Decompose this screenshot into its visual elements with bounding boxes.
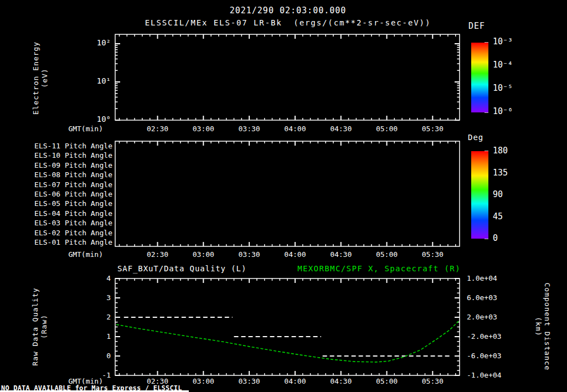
time-tick-label: 05:30 xyxy=(416,378,449,385)
time-tick-label: 03:30 xyxy=(233,251,266,259)
pitch-row-label: ELS-10 Pitch Angle xyxy=(33,152,112,159)
quality-axis-title-line1: Raw Data Quality xyxy=(31,277,40,376)
quality-ytick-label: 3 xyxy=(83,294,111,302)
energy-axis-title-line1: Electron Energy xyxy=(32,34,40,122)
deg-cbar-tick-label: 180 xyxy=(493,147,526,154)
quality-ytick-label: 2 xyxy=(83,313,111,321)
def-cbar-tick-label: 10⁻⁵ xyxy=(493,84,532,92)
def-colorbar-gradient xyxy=(471,43,488,112)
pitch-row-label: ELS-05 Pitch Angle xyxy=(33,200,112,208)
deg-cbar-tick-label: 45 xyxy=(493,213,526,220)
time-tick-label: 03:00 xyxy=(187,378,220,385)
time-tick-label: 04:30 xyxy=(324,378,358,385)
distance-ytick-label: -6.0e+03 xyxy=(467,352,517,360)
deg-colorbar-gradient xyxy=(471,151,488,239)
distance-ytick-label: 1.0e+04 xyxy=(467,275,517,282)
time-tick-label: 03:30 xyxy=(233,378,266,385)
panel-frames-and-ticks xyxy=(115,34,488,375)
def-cbar-tick-label: 10⁻⁶ xyxy=(493,107,532,115)
time-tick-label: 04:00 xyxy=(279,378,312,385)
distance-axis-title-line2: (km) xyxy=(534,277,543,376)
pitch-row-label: ELS-08 Pitch Angle xyxy=(33,171,112,179)
pitch-row-label: ELS-02 Pitch Angle xyxy=(33,229,112,237)
time-tick-label: 05:30 xyxy=(416,251,449,259)
time-tick-label: 04:30 xyxy=(324,251,358,259)
energy-ytick-label: 10² xyxy=(78,39,111,47)
quality-axis-title: Raw Data Quality (Raw) xyxy=(31,277,49,376)
distance-axis-title-line1: Component Distance xyxy=(543,277,551,376)
time-tick-label: 05:30 xyxy=(416,125,449,133)
energy-ytick-label: 10⁰ xyxy=(78,115,111,123)
deg-colorbar-title: Deg xyxy=(468,133,483,141)
distance-ytick-label: 2.0e+03 xyxy=(467,313,517,321)
pitch-row-label: ELS-09 Pitch Angle xyxy=(33,162,112,169)
time-tick-label: 02:30 xyxy=(141,378,174,385)
pitch-row-label: ELS-01 Pitch Angle xyxy=(33,239,112,246)
time-tick-label: 03:00 xyxy=(187,125,220,133)
deg-cbar-tick-label: 90 xyxy=(493,190,526,198)
gmt-axis-label-row1: GMT(min) xyxy=(58,125,103,133)
time-tick-label: 04:00 xyxy=(279,125,312,133)
def-colorbar-title: DEF xyxy=(468,22,485,30)
deg-cbar-tick-label: 0 xyxy=(493,234,526,242)
pitch-row-label: ELS-07 Pitch Angle xyxy=(33,181,112,189)
quality-ytick-label: -1 xyxy=(83,372,111,379)
pitch-row-label: ELS-11 Pitch Angle xyxy=(33,142,112,150)
time-tick-label: 03:30 xyxy=(233,125,266,133)
pitch-row-label: ELS-04 Pitch Angle xyxy=(33,210,112,218)
energy-ytick-label: 10¹ xyxy=(78,77,111,85)
def-cbar-tick-label: 10⁻⁴ xyxy=(493,61,532,69)
time-tick-label: 04:00 xyxy=(279,251,312,259)
time-tick-label: 05:00 xyxy=(370,125,404,133)
energy-axis-title-line2: (eV) xyxy=(40,34,49,122)
time-tick-label: 03:00 xyxy=(187,251,220,259)
time-tick-label: 05:00 xyxy=(370,378,404,385)
page-title: 2021/290 02:03:00.000 xyxy=(4,7,567,14)
deg-cbar-tick-label: 135 xyxy=(493,169,526,177)
distance-axis-title: Component Distance (km) xyxy=(534,277,551,376)
distance-ytick-label: -2.0e+03 xyxy=(467,333,517,341)
quality-series-left-title: SAF_BXuT/Data Quality (L) xyxy=(117,265,246,272)
quality-axis-title-line2: (Raw) xyxy=(40,277,49,376)
distance-ytick-label: 6.0e+03 xyxy=(467,294,517,302)
time-tick-label: 04:30 xyxy=(324,125,358,133)
time-tick-label: 02:30 xyxy=(141,251,174,259)
time-tick-label: 02:30 xyxy=(141,125,174,133)
def-cbar-tick-label: 10⁻³ xyxy=(493,38,532,45)
time-tick-label: 05:00 xyxy=(370,251,404,259)
gmt-axis-label-row2: GMT(min) xyxy=(58,251,103,259)
pitch-row-label: ELS-06 Pitch Angle xyxy=(33,190,112,198)
pitch-row-label: ELS-03 Pitch Angle xyxy=(33,219,112,227)
plot-page: 2021/290 02:03:00.000 ELSSCIL/MEx ELS-07… xyxy=(0,0,567,392)
distance-ytick-label: -1.0e+04 xyxy=(467,372,517,379)
quality-ytick-label: 1 xyxy=(83,333,111,341)
quality-ytick-label: 0 xyxy=(83,352,111,360)
quality-ytick-label: 4 xyxy=(83,275,111,282)
quality-series-right-title: MEXORBMC/SPF X, Spacecraft (R) xyxy=(293,265,461,272)
energy-axis-title: Electron Energy (eV) xyxy=(32,34,49,122)
